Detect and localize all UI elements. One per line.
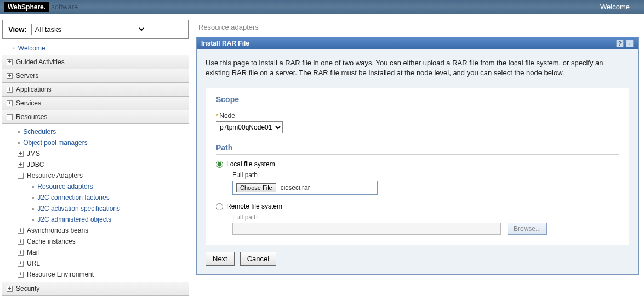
nav-async-beans[interactable]: +Asynchronous beans bbox=[13, 225, 189, 236]
nav-resource-environment[interactable]: +Resource Environment bbox=[13, 269, 189, 280]
full-path-label: Full path bbox=[232, 171, 619, 179]
nav-child-label: Resource adapters bbox=[37, 183, 93, 190]
plus-icon: + bbox=[7, 100, 13, 106]
cancel-button[interactable]: Cancel bbox=[240, 252, 276, 266]
nav-child-label: Resource Environment bbox=[27, 271, 94, 278]
help-icon[interactable]: ? bbox=[616, 40, 624, 47]
nav-child-label: J2C activation specifications bbox=[37, 205, 120, 212]
plus-icon: + bbox=[7, 59, 13, 65]
path-fieldset: Path Local file system Full path Choose … bbox=[216, 143, 619, 235]
nav-child-label: URL bbox=[27, 260, 40, 267]
nav-ra-j2c-administered-objects[interactable]: ■J2C administered objects bbox=[27, 214, 189, 225]
nav-child-label: JMS bbox=[27, 150, 40, 157]
local-fs-label: Local file system bbox=[226, 160, 275, 168]
minus-icon: - bbox=[7, 114, 13, 120]
selected-file-name: cicseci.rar bbox=[281, 184, 310, 192]
next-button[interactable]: Next bbox=[206, 252, 235, 266]
plus-icon: + bbox=[18, 272, 24, 278]
logo-subtitle: software bbox=[51, 3, 78, 11]
node-select[interactable]: p7tpm00qNode01 bbox=[216, 121, 283, 133]
plus-icon: + bbox=[7, 286, 13, 292]
remote-full-path-label: Full path bbox=[232, 213, 619, 221]
plus-icon: + bbox=[18, 261, 24, 267]
required-icon: * bbox=[216, 112, 218, 119]
local-full-path-field: Full path Choose File cicseci.rar bbox=[232, 171, 619, 195]
nav-schedulers[interactable]: ■Schedulers bbox=[13, 126, 189, 137]
nav-guided-activities[interactable]: + Guided Activities bbox=[2, 55, 189, 69]
nav-section-label: Services bbox=[16, 99, 41, 107]
nav-url[interactable]: +URL bbox=[13, 258, 189, 269]
nav-ra-j2c-activation-specifications[interactable]: ■J2C activation specifications bbox=[27, 203, 189, 214]
nav-child-label: J2C connection factories bbox=[37, 194, 109, 201]
choose-file-button[interactable]: Choose File bbox=[236, 183, 276, 192]
nav-child-label: JDBC bbox=[27, 161, 44, 168]
plus-icon: + bbox=[18, 162, 24, 168]
nav-mail[interactable]: +Mail bbox=[13, 247, 189, 258]
nav-section-label: Security bbox=[16, 285, 39, 292]
nav-object-pool-managers[interactable]: ■Object pool managers bbox=[13, 137, 189, 148]
nav-ra-j2c-connection-factories[interactable]: ■J2C connection factories bbox=[27, 192, 189, 203]
divider bbox=[216, 106, 619, 106]
nav-child-label: Resource Adapters bbox=[27, 172, 83, 179]
sidebar: View: All tasks Welcome + Guided Activit… bbox=[0, 14, 191, 304]
remote-fs-radio[interactable] bbox=[216, 203, 223, 210]
form-box: Scope *Node p7tpm00qNode01 Path Local fi… bbox=[206, 88, 629, 245]
nav-child-label: Asynchronous beans bbox=[27, 227, 88, 234]
file-input-box: Choose File cicseci.rar bbox=[232, 181, 378, 195]
nav-section-label: Resources bbox=[16, 113, 47, 121]
view-label: View: bbox=[8, 25, 27, 33]
local-fs-radio-row: Local file system bbox=[216, 160, 619, 168]
nav-jdbc[interactable]: +JDBC bbox=[13, 159, 189, 170]
nav-servers[interactable]: + Servers bbox=[2, 69, 189, 83]
remote-fs-label: Remote file system bbox=[226, 202, 282, 210]
panel-title: Install RAR File bbox=[201, 40, 249, 47]
nav-welcome-link[interactable]: Welcome bbox=[2, 42, 189, 55]
nav-services[interactable]: + Services bbox=[2, 96, 189, 110]
plus-icon: + bbox=[7, 73, 13, 79]
nav-ra-resource-adapters[interactable]: ■Resource adapters bbox=[27, 181, 189, 192]
nav-child-label: Schedulers bbox=[23, 128, 56, 136]
path-legend: Path bbox=[216, 143, 619, 154]
plus-icon: + bbox=[18, 228, 24, 234]
nav-jms[interactable]: +JMS bbox=[13, 148, 189, 159]
nav-child-label: Cache instances bbox=[27, 238, 76, 245]
scope-legend: Scope bbox=[216, 95, 619, 106]
top-header: WebSphere. software Welcome bbox=[0, 0, 644, 14]
local-fs-radio[interactable] bbox=[216, 161, 223, 168]
nav-tree: Welcome + Guided Activities + Servers + … bbox=[2, 42, 189, 296]
nav-child-label: J2C administered objects bbox=[37, 216, 111, 223]
nav-child-label: Object pool managers bbox=[23, 139, 87, 147]
nav-cache-instances[interactable]: +Cache instances bbox=[13, 236, 189, 247]
plus-icon: + bbox=[18, 151, 24, 157]
nav-applications[interactable]: + Applications bbox=[2, 82, 189, 97]
logo: WebSphere. bbox=[4, 2, 49, 12]
minimize-icon[interactable]: - bbox=[626, 40, 634, 47]
nav-resource-adapters[interactable]: -Resource Adapters bbox=[13, 170, 189, 181]
main-content: Resource adapters Install RAR File ? - U… bbox=[191, 14, 644, 304]
remote-full-path-field: Full path Browse... bbox=[232, 213, 619, 235]
nav-security[interactable]: + Security bbox=[2, 282, 189, 296]
remote-fs-radio-row: Remote file system bbox=[216, 202, 619, 210]
plus-icon: + bbox=[18, 250, 24, 256]
nav-section-label: Applications bbox=[16, 86, 52, 93]
header-welcome-link[interactable]: Welcome bbox=[600, 3, 630, 11]
plus-icon: + bbox=[7, 87, 13, 93]
install-rar-panel: Install RAR File ? - Use this page to in… bbox=[196, 37, 639, 275]
nav-resource-adapters-children: ■Resource adapters ■J2C connection facto… bbox=[13, 181, 189, 225]
nav-section-label: Servers bbox=[16, 72, 38, 80]
nav-resources-children: ■Schedulers ■Object pool managers +JMS +… bbox=[2, 124, 189, 282]
panel-body: Use this page to install a RAR file in o… bbox=[197, 49, 638, 274]
nav-resources[interactable]: - Resources bbox=[2, 110, 189, 124]
view-select[interactable]: All tasks bbox=[31, 24, 146, 35]
browse-button: Browse... bbox=[508, 223, 547, 235]
panel-title-bar: Install RAR File ? - bbox=[197, 37, 638, 49]
divider bbox=[216, 154, 619, 155]
view-selector-box: View: All tasks bbox=[2, 20, 189, 39]
nav-child-label: Mail bbox=[27, 249, 39, 256]
plus-icon: + bbox=[18, 239, 24, 245]
panel-description: Use this page to install a RAR file in o… bbox=[206, 58, 629, 78]
remote-path-input bbox=[232, 223, 501, 235]
breadcrumb: Resource adapters bbox=[196, 19, 639, 37]
node-label: *Node bbox=[216, 112, 619, 120]
minus-icon: - bbox=[18, 173, 24, 179]
